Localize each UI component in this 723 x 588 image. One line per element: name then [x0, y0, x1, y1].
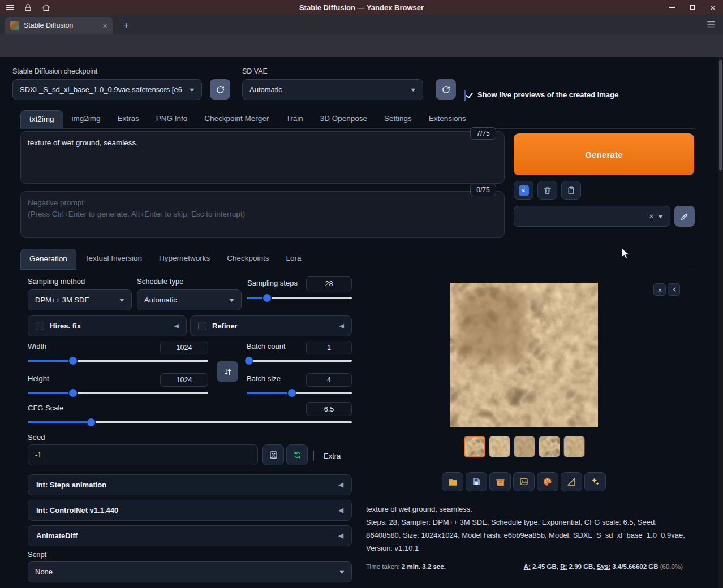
slider-knob[interactable] [87, 418, 95, 426]
gallery-thumbnail-4[interactable] [539, 436, 560, 457]
create-upscale-button[interactable] [584, 472, 606, 491]
menu-icon[interactable] [5, 2, 15, 12]
hires-fix-panel[interactable]: Hires. fix ◀ [28, 315, 187, 336]
styles-dropdown[interactable]: × ▼ [514, 206, 670, 227]
gallery-thumbnail-2[interactable] [489, 436, 510, 457]
cfg-scale-input[interactable]: 6.5 [306, 402, 352, 416]
tab-favicon-icon [10, 21, 19, 30]
tabs-divider [20, 128, 694, 129]
sampling-method-dropdown[interactable]: DPM++ 3M SDE ▼ [28, 289, 132, 310]
tab-settings[interactable]: Settings [376, 110, 420, 128]
live-preview-checkbox[interactable] [464, 90, 466, 101]
open-folder-button[interactable] [442, 472, 463, 491]
slider-knob[interactable] [69, 357, 77, 365]
seed-input[interactable]: -1 [28, 444, 258, 465]
subtab-generation[interactable]: Generation [20, 249, 76, 270]
tab-txt2img[interactable]: txt2img [20, 110, 63, 128]
save-image-button[interactable] [466, 472, 487, 491]
tab-img2img[interactable]: img2img [63, 110, 109, 128]
close-icon [670, 286, 677, 293]
slider-knob[interactable] [245, 357, 253, 365]
subtab-lora[interactable]: Lora [277, 249, 309, 270]
reuse-seed-button[interactable] [286, 444, 308, 465]
gallery-thumbnail-5[interactable] [563, 436, 585, 457]
refiner-panel[interactable]: Refiner ◀ [190, 315, 352, 336]
collapse-left-icon: ◀ [339, 322, 344, 330]
batch-size-slider[interactable] [247, 389, 352, 397]
slider-knob[interactable] [288, 389, 296, 397]
checkpoint-dropdown[interactable]: SDXL_S_sd_xl_base_1.0_0.9vae.safetensors… [12, 79, 202, 100]
extra-seed-checkbox[interactable] [313, 451, 314, 461]
subtab-checkpoints[interactable]: Checkpoints [218, 249, 277, 270]
slider-knob[interactable] [69, 389, 77, 397]
tab-3d-openpose[interactable]: 3D Openpose [312, 110, 376, 128]
paste-generation-params-button[interactable] [514, 181, 533, 200]
tab-extensions[interactable]: Extensions [420, 110, 475, 128]
width-slider[interactable] [28, 357, 208, 365]
prompt-textarea[interactable]: texture of wet ground, seamless. [20, 131, 505, 184]
send-to-inpaint-button[interactable] [537, 472, 558, 491]
home-icon[interactable] [41, 2, 51, 12]
tab-png-info[interactable]: PNG Info [148, 110, 196, 128]
tab-close-icon[interactable]: × [102, 21, 107, 30]
save-zip-button[interactable] [489, 472, 511, 491]
height-input[interactable]: 1024 [160, 373, 208, 387]
gallery-thumbnail-3[interactable] [514, 436, 535, 457]
download-icon [656, 286, 664, 293]
cfg-scale-slider[interactable] [28, 418, 352, 426]
checkpoint-label: Stable Diffusion checkpoint [12, 67, 98, 75]
sampling-steps-slider[interactable] [247, 294, 352, 302]
vae-dropdown[interactable]: Automatic ▼ [242, 79, 423, 100]
script-dropdown[interactable]: None ▼ [28, 561, 352, 582]
negative-prompt-textarea[interactable]: Negative prompt (Press Ctrl+Enter to gen… [20, 191, 505, 238]
refresh-checkpoints-button[interactable] [210, 79, 230, 100]
clear-prompt-button[interactable] [537, 181, 557, 200]
generate-button[interactable]: Generate [514, 133, 694, 175]
slider-fill [28, 392, 73, 394]
sidebar-panels-icon[interactable] [706, 19, 716, 29]
new-tab-button[interactable]: + [120, 19, 132, 32]
tab-train[interactable]: Train [277, 110, 311, 128]
browser-tab[interactable]: Stable Diffusion × [5, 17, 113, 34]
lock-icon[interactable] [23, 2, 33, 12]
subtab-hypernetworks[interactable]: Hypernetworks [150, 249, 218, 270]
batch-count-slider[interactable] [247, 357, 352, 365]
slider-knob[interactable] [263, 294, 271, 302]
accordion-animatediff[interactable]: AnimateDiff ◀ [28, 525, 352, 546]
generated-image[interactable] [450, 283, 598, 427]
batch-count-input[interactable]: 1 [306, 341, 352, 354]
edit-styles-button[interactable] [674, 206, 695, 227]
subtab-textual-inversion[interactable]: Textual Inversion [76, 249, 150, 270]
random-seed-button[interactable] [262, 444, 284, 465]
maximize-button[interactable] [688, 3, 697, 12]
script-label: Script [28, 550, 46, 559]
gallery-thumbnail-1[interactable] [464, 436, 485, 457]
send-to-extras-button[interactable] [561, 472, 582, 491]
minimize-button[interactable] [668, 3, 677, 12]
accordion-controlnet[interactable]: Int: ControlNet v1.1.440 ◀ [28, 500, 352, 521]
download-image-button[interactable] [653, 283, 666, 296]
sampling-steps-input[interactable]: 28 [306, 276, 352, 291]
page-scrollbar-thumb[interactable] [719, 60, 722, 170]
batch-size-input[interactable]: 4 [306, 373, 352, 387]
accordion-steps-animation[interactable]: Int: Steps animation ◀ [28, 474, 352, 495]
send-to-img2img-button[interactable] [513, 472, 535, 491]
clear-styles-icon[interactable]: × [649, 212, 653, 220]
schedule-type-dropdown[interactable]: Automatic ▼ [137, 289, 242, 310]
refresh-vae-button[interactable] [436, 79, 456, 100]
refiner-checkbox[interactable] [198, 322, 206, 330]
memory-stats-text: A: 2.45 GB, R: 2.99 GB, Sys: 3.4/5.66602… [524, 563, 683, 570]
hires-fix-checkbox[interactable] [36, 322, 44, 330]
apply-styles-button[interactable] [561, 181, 581, 200]
height-slider[interactable] [28, 389, 208, 397]
batch-size-label: Batch size [247, 374, 281, 383]
swap-dimensions-button[interactable] [217, 361, 238, 382]
chevron-down-icon: ▼ [338, 569, 346, 575]
tab-checkpoint-merger[interactable]: Checkpoint Merger [196, 110, 277, 128]
close-preview-button[interactable] [668, 283, 680, 296]
image-icon [519, 477, 529, 487]
close-button[interactable]: × [708, 3, 717, 12]
tab-extras[interactable]: Extras [109, 110, 148, 128]
collapse-left-icon: ◀ [339, 532, 343, 539]
width-input[interactable]: 1024 [160, 341, 208, 354]
